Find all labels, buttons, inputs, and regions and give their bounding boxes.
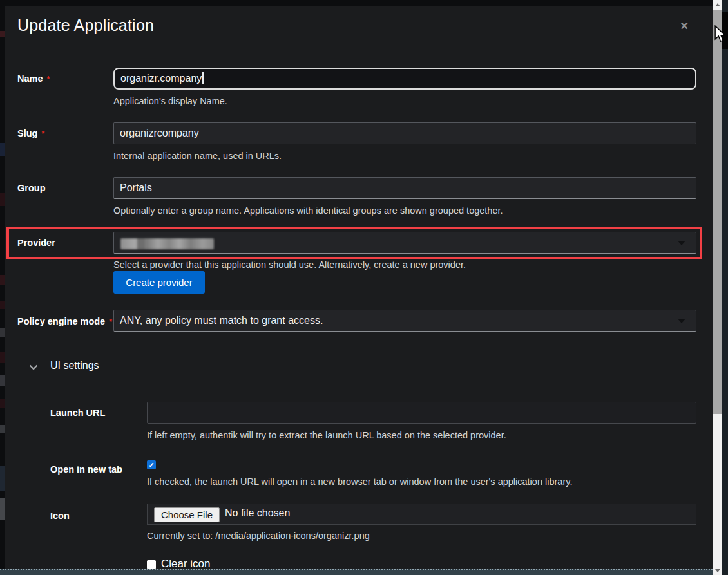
behind-page-fragment (0, 301, 5, 309)
provider-value-redacted (120, 238, 214, 249)
mouse-cursor (714, 25, 727, 44)
modal-title: Update Application (17, 16, 154, 35)
behind-page-fragment (0, 425, 5, 433)
icon-label: Icon (50, 511, 70, 521)
behind-page-fragment (0, 375, 5, 386)
slug-help: Internal application name, used in URLs. (113, 151, 282, 161)
group-help: Optionally enter a group name. Applicati… (113, 205, 503, 216)
required-asterisk: * (109, 317, 112, 326)
icon-help: Currently set to: /media/application-ico… (147, 531, 370, 541)
behind-page-fragment (0, 193, 5, 206)
behind-page-fragment (0, 498, 5, 520)
name-label: Name* (17, 73, 50, 84)
provider-select[interactable] (113, 232, 696, 254)
group-input[interactable]: Portals (113, 177, 696, 199)
behind-page-fragment (0, 328, 5, 337)
launch-url-input[interactable] (147, 402, 696, 424)
name-input[interactable]: organizr.company (113, 68, 696, 90)
right-edge-column (722, 0, 728, 575)
update-application-modal: Update Application ✕ Name* organizr.comp… (5, 6, 713, 569)
chevron-down-icon (678, 319, 685, 323)
ui-settings-section-label[interactable]: UI settings (50, 360, 99, 372)
chevron-down-icon[interactable] (29, 364, 38, 370)
behind-page-fragment (0, 31, 5, 37)
open-in-new-tab-checkbox[interactable]: ✓ (147, 460, 156, 469)
chevron-down-icon (678, 241, 685, 245)
slug-input[interactable]: organizrcompany (113, 122, 696, 144)
behind-page-fragment (0, 275, 5, 285)
scroll-up-arrow-icon[interactable] (715, 3, 720, 6)
page-bottom-edge (0, 569, 713, 575)
icon-file-input[interactable]: Choose File No file chosen (147, 504, 696, 525)
provider-label: Provider (17, 238, 55, 248)
launch-url-label: Launch URL (50, 408, 105, 418)
file-status-text: No file chosen (225, 507, 290, 519)
open-in-new-tab-label: Open in new tab (50, 464, 122, 475)
group-label: Group (17, 183, 46, 193)
behind-page-fragment (0, 466, 5, 491)
clear-icon-checkbox[interactable] (147, 560, 156, 569)
create-provider-button[interactable]: Create provider (113, 271, 205, 294)
choose-file-button[interactable]: Choose File (154, 507, 220, 522)
slug-label: Slug* (17, 128, 44, 138)
behind-page-fragment (0, 399, 5, 408)
clear-icon-label: Clear icon (161, 558, 211, 569)
provider-help: Select a provider that this application … (113, 259, 466, 270)
open-in-new-tab-help: If checked, the launch URL will open in … (147, 476, 572, 487)
scrollbar-thumb[interactable] (713, 10, 722, 414)
scroll-down-arrow-icon[interactable] (715, 569, 720, 572)
policy-engine-mode-select[interactable]: ANY, any policy must match to grant acce… (113, 310, 696, 332)
scrollbar[interactable] (713, 0, 722, 575)
required-asterisk: * (41, 129, 44, 138)
name-help: Application's display Name. (113, 96, 227, 106)
required-asterisk: * (47, 75, 50, 84)
behind-page-fragment (0, 352, 5, 363)
behind-page-fragment (0, 143, 5, 156)
launch-url-help: If left empty, authentik will try to ext… (147, 430, 506, 440)
close-icon[interactable]: ✕ (680, 20, 689, 32)
text-cursor (202, 72, 204, 84)
policy-engine-mode-label: Policy engine mode* (17, 316, 112, 326)
